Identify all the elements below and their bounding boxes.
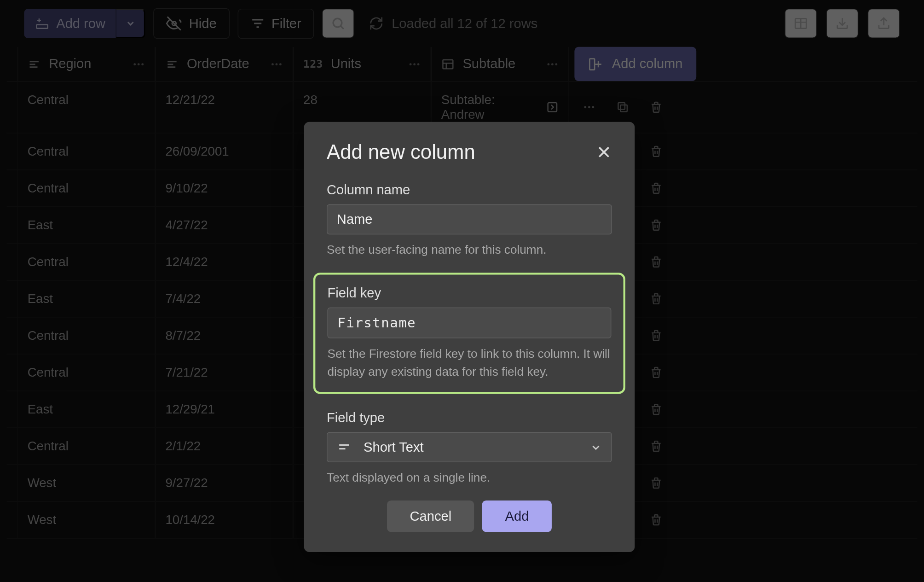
close-button[interactable] [596,144,612,160]
modal-actions: Cancel Add [327,501,612,532]
field-key-highlight: Field key Set the Firestore field key to… [313,273,625,394]
field-key-hint: Set the Firestore field key to link to t… [327,345,611,381]
column-name-input[interactable] [327,204,612,234]
column-name-label: Column name [327,182,612,198]
field-type-group: Field type Short Text Text displayed on … [327,410,612,487]
modal-title: Add new column [327,141,475,163]
field-type-value: Short Text [364,439,423,454]
field-key-group: Field key Set the Firestore field key to… [327,285,611,381]
app-root: Add row Hide Filter [0,0,924,582]
field-key-label: Field key [327,285,611,301]
field-key-input[interactable] [327,308,611,338]
chevron-down-icon [590,441,602,453]
column-name-hint: Set the user-facing name for this column… [327,241,612,259]
field-type-hint: Text displayed on a single line. [327,469,612,487]
close-icon [596,144,612,160]
field-type-label: Field type [327,410,612,425]
column-name-group: Column name Set the user-facing name for… [327,182,612,259]
field-type-select[interactable]: Short Text [327,432,612,462]
text-icon [337,440,352,454]
add-column-modal: Add new column Column name Set the user-… [304,122,635,552]
add-button[interactable]: Add [482,501,552,532]
modal-header: Add new column [327,141,612,163]
cancel-button[interactable]: Cancel [387,501,474,532]
